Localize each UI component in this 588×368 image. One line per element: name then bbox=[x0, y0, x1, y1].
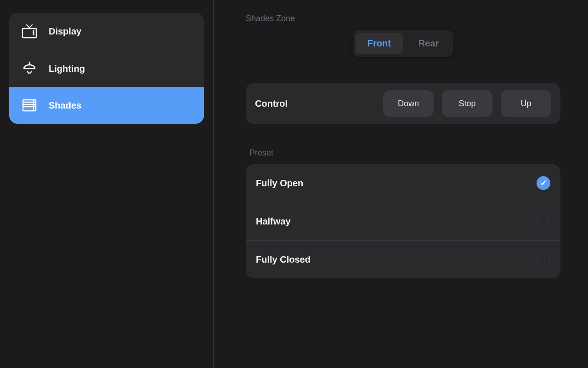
sidebar-item-label: Shades bbox=[49, 100, 81, 111]
sidebar-item-label: Display bbox=[49, 26, 81, 37]
preset-label: Halfway bbox=[256, 216, 291, 227]
nav-card: Display Lighting bbox=[9, 13, 204, 124]
preset-row-halfway[interactable]: Halfway bbox=[246, 202, 560, 241]
preset-card: Fully Open ✓ Halfway Fully Closed bbox=[246, 164, 560, 278]
preset-label: Fully Closed bbox=[256, 254, 311, 265]
tv-icon bbox=[20, 22, 39, 40]
main: Shades Zone Front Rear Control Down Stop bbox=[214, 0, 588, 368]
zone-tab-front[interactable]: Front bbox=[356, 33, 403, 54]
shades-icon bbox=[20, 96, 39, 115]
zone-tab-rear[interactable]: Rear bbox=[407, 33, 451, 54]
sidebar-item-shades[interactable]: Shades bbox=[9, 87, 204, 124]
sidebar: Display Lighting bbox=[0, 0, 214, 368]
zone-tab-label: Front bbox=[368, 38, 391, 48]
preset-section-label: Preset bbox=[249, 148, 560, 158]
radio-selected-icon: ✓ bbox=[537, 176, 550, 190]
down-button[interactable]: Down bbox=[383, 90, 434, 117]
button-label: Up bbox=[520, 99, 531, 109]
control-title: Control bbox=[255, 98, 288, 109]
svg-point-2 bbox=[33, 32, 34, 33]
sidebar-item-label: Lighting bbox=[49, 63, 85, 74]
svg-point-3 bbox=[33, 34, 34, 35]
sidebar-item-display[interactable]: Display bbox=[9, 13, 204, 50]
preset-label: Fully Open bbox=[256, 178, 303, 189]
radio-icon bbox=[537, 253, 550, 266]
preset-row-fully-closed[interactable]: Fully Closed bbox=[246, 241, 560, 278]
lamp-icon bbox=[20, 59, 39, 78]
preset-row-fully-open[interactable]: Fully Open ✓ bbox=[246, 164, 560, 202]
control-buttons: Down Stop Up bbox=[383, 90, 551, 117]
button-label: Down bbox=[398, 99, 419, 109]
up-button[interactable]: Up bbox=[501, 90, 551, 117]
zone-tab-label: Rear bbox=[418, 38, 439, 48]
stop-button[interactable]: Stop bbox=[442, 90, 492, 117]
radio-icon bbox=[537, 214, 550, 228]
control-card: Control Down Stop Up bbox=[246, 83, 560, 124]
sidebar-item-lighting[interactable]: Lighting bbox=[9, 50, 204, 87]
svg-point-1 bbox=[33, 30, 34, 31]
button-label: Stop bbox=[458, 99, 475, 109]
zone-segmented-control: Front Rear bbox=[353, 30, 454, 57]
zone-section-label: Shades Zone bbox=[246, 14, 560, 23]
